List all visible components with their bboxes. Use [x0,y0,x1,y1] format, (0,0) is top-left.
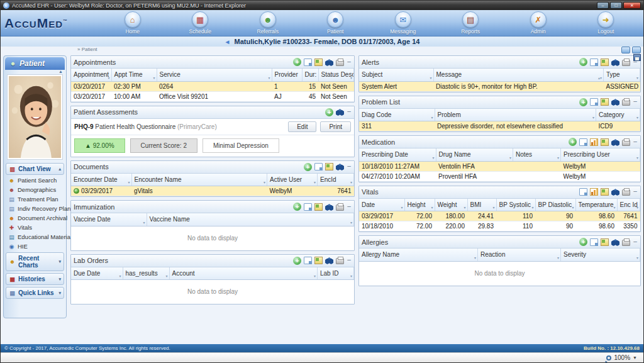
table-row[interactable]: 03/29/201772.00 180.0024.41 11090 98.607… [359,211,640,221]
export-icon[interactable] [325,163,333,170]
add-icon[interactable] [579,58,587,66]
column-header[interactable]: BMI▾ [467,199,496,211]
collapse-icon[interactable]: – [347,108,352,116]
column-header[interactable]: Prescribing Date▾ [359,148,436,161]
sidebar-section-quick-links[interactable]: ▤ Quick Links ▾ [6,287,64,299]
export-icon[interactable] [314,59,323,66]
column-header[interactable]: Status Desc▾ [318,69,354,81]
save-icon[interactable] [633,54,641,61]
document-icon[interactable] [590,98,598,106]
add-icon[interactable] [293,58,301,66]
column-header[interactable]: Dur: [302,69,318,81]
chart-icon[interactable] [590,138,598,146]
column-header[interactable]: BP Systolic▾ [496,199,535,211]
nav-admin[interactable]: ✗ Admin [516,11,560,35]
sidebar-section-recent-charts[interactable]: ☻ Recent Charts ▾ [6,252,64,271]
column-header[interactable]: Appointment▾ [71,69,111,81]
close-button[interactable]: ✕ [623,2,641,9]
column-header[interactable]: Temperature▾ [575,199,617,211]
sidebar-item-indiv-recovery-plan[interactable]: ▤ Indiv Recovery Plan [5,204,65,213]
breadcrumb[interactable]: » Patient [77,47,97,52]
column-header[interactable]: Category▾ [596,109,640,121]
binoculars-icon[interactable] [611,188,619,196]
sidebar-item-document-archival[interactable]: ☻ Document Archival [5,213,65,223]
add-icon[interactable] [304,163,312,171]
sidebar-section-histories[interactable]: ▦ Histories ▾ [6,273,64,285]
binoculars-icon[interactable] [611,59,619,66]
column-header[interactable]: Weight▾ [435,199,467,211]
edit-button[interactable]: Edit [288,121,316,132]
print-button[interactable]: Print [320,121,351,132]
collapse-icon[interactable]: – [633,98,638,106]
print-icon[interactable] [336,204,344,211]
print-icon[interactable] [622,189,630,196]
document-icon[interactable] [579,138,587,146]
export-icon[interactable] [601,138,609,146]
column-header[interactable]: Severity▾ [561,249,640,261]
column-header[interactable]: Height▾ [404,199,435,211]
document-icon[interactable] [590,238,598,246]
table-row[interactable]: 03/20/201702:30 PM 02641 15Not Seen [71,81,354,91]
add-icon[interactable] [325,108,333,116]
binoculars-icon[interactable] [611,138,619,146]
sidebar-scroll-up-icon[interactable]: ▲ [5,70,65,74]
nav-schedule[interactable]: ▦ Schedule [178,11,222,35]
collapse-icon[interactable]: – [347,203,352,211]
add-icon[interactable] [579,238,587,246]
table-row[interactable]: 10/18/2010 11:27AMVentolin HFA WelbyM [359,161,640,171]
column-header[interactable]: Encounter Date▾ [71,174,131,186]
column-header[interactable]: Prescribing User▾ [561,148,640,161]
table-row[interactable]: 03/20/201710:00 AM Office Visit 99201AJ … [71,91,354,101]
binoculars-icon[interactable] [336,108,344,116]
column-header[interactable]: Lab ID▾ [318,267,354,280]
add-icon[interactable] [579,98,587,106]
nav-reports[interactable]: ▤ Reports [448,11,492,35]
column-header[interactable]: Notes▾ [513,148,561,161]
column-header[interactable]: Allergy Name▾ [359,249,478,261]
column-header[interactable]: Type▾ [604,69,640,81]
table-row[interactable]: System Alert Diastolic is 90+, monitor f… [359,81,640,91]
collapse-icon[interactable]: – [633,188,638,196]
layout-toggle-2-icon[interactable] [632,47,641,53]
column-header[interactable]: Active User▾ [267,174,318,186]
nav-logout[interactable]: ➜ Logout [584,11,628,35]
sidebar-item-demographics[interactable]: ☻ Demographics [5,185,65,194]
column-header[interactable]: Enc Id▾ [617,199,640,211]
print-icon[interactable] [622,140,630,146]
column-header[interactable]: Diag Code▾ [359,109,435,121]
column-header[interactable]: Message▴▾ [433,69,604,81]
sidebar-item-hie[interactable]: ◉ HIE [5,242,65,251]
column-header[interactable]: Problem▾ [435,109,596,121]
nav-home[interactable]: ⌂ Home [111,11,155,35]
collapse-icon[interactable]: – [347,257,352,264]
collapse-icon[interactable]: – [347,163,352,170]
column-header[interactable]: Account▾ [169,267,318,280]
sidebar-item-vitals[interactable]: ✚ Vitals [5,223,65,232]
collapse-icon[interactable]: – [633,238,638,246]
collapse-icon[interactable]: – [347,59,352,66]
collapse-icon[interactable]: – [633,138,638,146]
column-header[interactable]: Provider [272,69,302,81]
print-icon[interactable] [622,240,630,246]
binoculars-icon[interactable] [611,238,619,246]
print-icon[interactable] [336,60,344,66]
maximize-button[interactable]: □ [610,2,622,9]
sidebar-item-educational-materials[interactable]: ▤ Educational Materials [5,232,65,242]
binoculars-icon[interactable] [325,59,333,66]
binoculars-icon[interactable] [325,203,333,211]
back-arrow-icon[interactable]: ◄ [225,38,231,45]
column-header[interactable]: BP Diastolic▾ [535,199,575,211]
column-header[interactable]: Drug Name▾ [436,148,513,161]
export-icon[interactable] [314,203,323,211]
layout-toggle-1-icon[interactable] [621,47,630,53]
document-icon[interactable] [590,59,598,66]
document-icon[interactable] [314,163,323,170]
table-row[interactable]: 03/29/2017 gVitals WelbyM 7641 [71,186,354,196]
binoculars-icon[interactable] [611,98,619,106]
sidebar-patient-header[interactable]: ☻ Patient [5,57,65,70]
column-header[interactable]: EncId▾ [318,174,354,186]
export-icon[interactable] [601,238,609,246]
zoom-level[interactable]: 100% [614,354,630,361]
document-icon[interactable] [304,59,312,66]
column-header[interactable]: Due Date▾ [71,267,123,280]
